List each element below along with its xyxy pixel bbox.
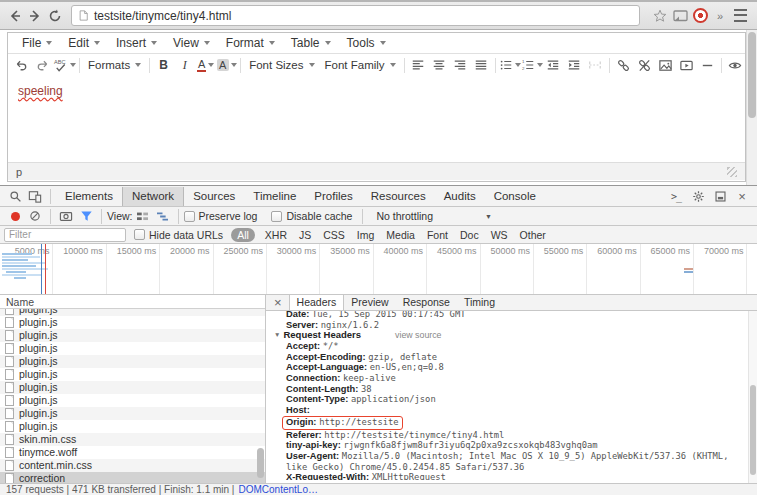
- request-row[interactable]: plugin.js: [0, 407, 265, 420]
- text-color-button[interactable]: A: [195, 56, 216, 75]
- filter-button[interactable]: [76, 207, 96, 225]
- font-family-dropdown[interactable]: Font Family: [320, 59, 401, 71]
- editor-menu-item[interactable]: Edit: [60, 34, 108, 52]
- font-sizes-dropdown[interactable]: Font Sizes: [244, 59, 319, 71]
- request-row[interactable]: tinymce.woff: [0, 446, 265, 459]
- details-tab[interactable]: Response: [396, 295, 457, 310]
- close-devtools-button[interactable]: ×: [732, 187, 752, 205]
- bold-button[interactable]: B: [153, 56, 174, 75]
- inspect-element-button[interactable]: [5, 187, 25, 205]
- type-filter[interactable]: Img: [357, 229, 375, 241]
- scrollbar-thumb[interactable]: [257, 448, 264, 478]
- devtools-tab[interactable]: Resources: [362, 187, 435, 206]
- preview-button[interactable]: [725, 56, 745, 75]
- details-tab[interactable]: Preview: [344, 295, 395, 310]
- disable-cache-checkbox[interactable]: [271, 211, 282, 222]
- misspelled-word[interactable]: speeling: [18, 84, 63, 98]
- insert-image-button[interactable]: [655, 56, 676, 75]
- editor-menu-item[interactable]: Format: [218, 34, 283, 52]
- devtools-tab[interactable]: Network: [122, 187, 184, 206]
- editor-menu-item[interactable]: View: [165, 34, 218, 52]
- insert-media-button[interactable]: [676, 56, 697, 75]
- bullet-list-button[interactable]: [499, 56, 521, 75]
- dock-side-button[interactable]: [710, 187, 730, 205]
- request-row[interactable]: plugin.js: [0, 342, 265, 355]
- request-row[interactable]: plugin.js: [0, 355, 265, 368]
- back-button[interactable]: [5, 6, 25, 26]
- type-filter[interactable]: WS: [491, 229, 508, 241]
- insert-link-button[interactable]: [613, 56, 634, 75]
- decrease-indent-button[interactable]: [543, 56, 564, 75]
- type-filter[interactable]: XHR: [265, 229, 287, 241]
- devtools-tab[interactable]: Timeline: [244, 187, 305, 206]
- address-bar[interactable]: testsite/tinymce/tiny4.html: [71, 5, 640, 26]
- details-scrollbar[interactable]: [748, 311, 757, 483]
- filter-input[interactable]: [4, 228, 126, 242]
- extension-button[interactable]: [690, 6, 710, 26]
- request-row[interactable]: plugin.js: [0, 316, 265, 329]
- editor-menu-item[interactable]: Tools: [339, 34, 394, 52]
- request-row[interactable]: correction: [0, 472, 265, 483]
- increase-indent-button[interactable]: [564, 56, 585, 75]
- devtools-tab[interactable]: Sources: [184, 187, 244, 206]
- details-tab[interactable]: Headers: [289, 295, 345, 310]
- view-waterfall-button[interactable]: [153, 207, 173, 225]
- filmstrip-button[interactable]: [56, 207, 76, 225]
- request-row[interactable]: plugin.js: [0, 309, 265, 316]
- formats-dropdown[interactable]: Formats: [83, 59, 146, 71]
- remove-link-button[interactable]: [634, 56, 655, 75]
- type-filter[interactable]: Doc: [460, 229, 479, 241]
- spellcheck-button[interactable]: ABC: [53, 56, 76, 75]
- numbered-list-button[interactable]: 12: [521, 56, 543, 75]
- request-row[interactable]: plugin.js: [0, 329, 265, 342]
- reload-button[interactable]: [45, 6, 65, 26]
- undo-button[interactable]: [11, 56, 32, 75]
- console-drawer-button[interactable]: >_: [666, 187, 686, 205]
- cast-button[interactable]: [670, 6, 690, 26]
- background-color-button[interactable]: A: [216, 56, 237, 75]
- details-tab[interactable]: Timing: [457, 295, 502, 310]
- editor-menu-item[interactable]: Table: [283, 34, 339, 52]
- type-filter[interactable]: CSS: [323, 229, 345, 241]
- devtools-tab[interactable]: Audits: [435, 187, 485, 206]
- editor-content-area[interactable]: speeling: [8, 76, 745, 162]
- align-center-button[interactable]: [429, 56, 450, 75]
- record-button[interactable]: [11, 212, 20, 221]
- preserve-log-checkbox[interactable]: [184, 211, 195, 222]
- italic-button[interactable]: I: [174, 56, 195, 75]
- clear-button[interactable]: [25, 207, 45, 225]
- chrome-menu-button[interactable]: [730, 6, 750, 26]
- devtools-tab[interactable]: Elements: [56, 187, 122, 206]
- type-filter[interactable]: Media: [386, 229, 415, 241]
- request-list-scrollbar[interactable]: [257, 309, 264, 481]
- name-column-header[interactable]: Name: [0, 295, 265, 309]
- scrollbar-thumb[interactable]: [750, 385, 756, 475]
- overflow-button[interactable]: »: [710, 6, 730, 26]
- view-list-button[interactable]: [133, 207, 153, 225]
- page-break-button[interactable]: [585, 56, 606, 75]
- redo-button[interactable]: [32, 56, 53, 75]
- bookmark-star-button[interactable]: [650, 6, 670, 26]
- hide-data-urls-label[interactable]: Hide data URLs: [149, 229, 223, 241]
- type-filter[interactable]: All: [231, 228, 255, 242]
- editor-menu-item[interactable]: File: [14, 34, 60, 52]
- resize-handle-icon[interactable]: [727, 167, 737, 177]
- type-filter[interactable]: Font: [427, 229, 448, 241]
- triangle-expanded-icon[interactable]: ▼: [274, 331, 280, 338]
- preserve-log-label[interactable]: Preserve log: [199, 210, 258, 222]
- align-justify-button[interactable]: [471, 56, 492, 75]
- close-details-button[interactable]: ×: [274, 295, 282, 310]
- url-text[interactable]: testsite/tinymce/tiny4.html: [94, 9, 231, 23]
- align-left-button[interactable]: [408, 56, 429, 75]
- request-row[interactable]: skin.min.css: [0, 433, 265, 446]
- page-scrollbar[interactable]: [746, 30, 757, 185]
- device-mode-button[interactable]: [25, 187, 45, 205]
- request-row[interactable]: plugin.js: [0, 420, 265, 433]
- disable-cache-label[interactable]: Disable cache: [286, 210, 352, 222]
- editor-menu-item[interactable]: Insert: [108, 34, 165, 52]
- request-row[interactable]: plugin.js: [0, 394, 265, 407]
- view-source-link[interactable]: view source: [395, 330, 441, 340]
- request-row[interactable]: content.min.css: [0, 459, 265, 472]
- type-filter[interactable]: JS: [299, 229, 311, 241]
- element-path[interactable]: p: [16, 166, 22, 178]
